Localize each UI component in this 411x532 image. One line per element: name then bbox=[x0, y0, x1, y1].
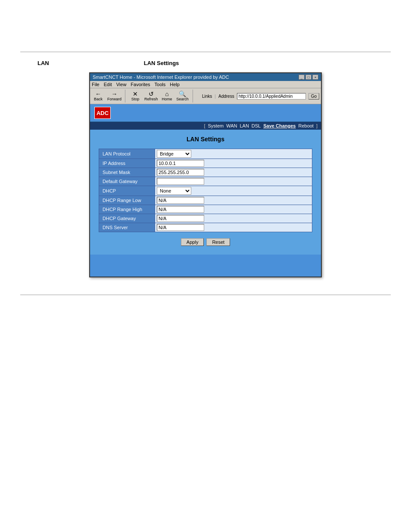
dhcp-gateway-input[interactable] bbox=[157, 215, 204, 222]
subnet-mask-value bbox=[155, 168, 312, 177]
browser-window: SmartCNCT Home - Microsoft Internet Expl… bbox=[89, 72, 322, 277]
table-row: DHCP Gateway bbox=[99, 214, 312, 223]
default-gateway-input[interactable] bbox=[157, 178, 204, 185]
browser-toolbar: ← Back → Forward ✕ Stop ↺ Refresh ⌂ Home… bbox=[90, 88, 321, 104]
ip-address-input[interactable] bbox=[157, 160, 204, 167]
nav-lan[interactable]: LAN bbox=[240, 123, 249, 128]
table-row: IP Address bbox=[99, 159, 312, 168]
nav-save-changes[interactable]: Save Changes bbox=[263, 123, 296, 128]
subnet-mask-input[interactable] bbox=[157, 169, 204, 176]
toolbar-sep-1 bbox=[125, 90, 125, 103]
close-button[interactable]: × bbox=[312, 75, 318, 80]
home-icon: ⌂ bbox=[165, 91, 168, 97]
caption-right: LAN Settings bbox=[144, 60, 179, 66]
nav-wan[interactable]: WAN bbox=[226, 123, 237, 128]
dhcp-range-low-label: DHCP Range Low bbox=[99, 196, 155, 205]
browser-menubar: File Edit View Favorites Tools Help bbox=[90, 81, 321, 88]
browser-titlebar: SmartCNCT Home - Microsoft Internet Expl… bbox=[90, 73, 321, 81]
dhcp-gateway-label: DHCP Gateway bbox=[99, 214, 155, 223]
table-row: DHCP Range High bbox=[99, 205, 312, 214]
dns-server-value bbox=[155, 223, 312, 232]
nav-dsl[interactable]: DSL bbox=[252, 123, 261, 128]
go-button[interactable]: Go bbox=[308, 93, 319, 100]
dhcp-range-high-value bbox=[155, 205, 312, 214]
menu-view[interactable]: View bbox=[116, 82, 127, 87]
toolbar-sep-2 bbox=[193, 90, 193, 103]
lan-content: LAN Settings LAN Protocol Bridge Router bbox=[90, 130, 321, 255]
default-gateway-label: Default Gateway bbox=[99, 177, 155, 186]
menu-tools[interactable]: Tools bbox=[155, 82, 166, 87]
menu-edit[interactable]: Edit bbox=[104, 82, 112, 87]
reset-button[interactable]: Reset bbox=[206, 238, 230, 246]
forward-icon: → bbox=[112, 91, 118, 97]
table-row: Default Gateway bbox=[99, 177, 312, 186]
browser-title: SmartCNCT Home - Microsoft Internet Expl… bbox=[93, 75, 229, 80]
top-rule bbox=[20, 52, 391, 52]
table-row: Subnet Mask bbox=[99, 168, 312, 177]
back-icon: ← bbox=[95, 91, 101, 97]
dhcp-range-low-value bbox=[155, 196, 312, 205]
home-button[interactable]: ⌂ Home bbox=[161, 91, 174, 101]
table-row: DNS Server bbox=[99, 223, 312, 232]
nav-bar: [ System WAN LAN DSL Save Changes Reboot… bbox=[90, 122, 321, 130]
apply-button[interactable]: Apply bbox=[181, 238, 204, 246]
back-label: Back bbox=[94, 97, 103, 101]
search-button[interactable]: 🔍 Search bbox=[176, 91, 189, 101]
home-label: Home bbox=[162, 97, 172, 101]
lan-settings-table: LAN Protocol Bridge Router IP Address bbox=[99, 149, 312, 232]
lan-protocol-select[interactable]: Bridge Router bbox=[157, 150, 191, 158]
dhcp-range-low-input[interactable] bbox=[157, 197, 204, 204]
lan-protocol-label: LAN Protocol bbox=[99, 149, 155, 159]
table-row: DHCP Range Low bbox=[99, 196, 312, 205]
dns-server-input[interactable] bbox=[157, 224, 204, 231]
nav-system[interactable]: System bbox=[208, 123, 224, 128]
refresh-label: Refresh bbox=[144, 97, 158, 101]
table-row: DHCP None Server Client bbox=[99, 186, 312, 196]
maximize-button[interactable]: □ bbox=[305, 75, 311, 80]
stop-button[interactable]: ✕ Stop bbox=[129, 91, 142, 101]
refresh-button[interactable]: ↺ Refresh bbox=[144, 91, 158, 101]
menu-file[interactable]: File bbox=[92, 82, 100, 87]
search-label: Search bbox=[176, 97, 189, 101]
dhcp-range-high-input[interactable] bbox=[157, 206, 204, 213]
links-label: Links bbox=[202, 94, 212, 99]
nav-bracket-open: [ bbox=[204, 123, 205, 128]
subnet-mask-label: Subnet Mask bbox=[99, 168, 155, 177]
minimize-button[interactable]: _ bbox=[299, 75, 305, 80]
bottom-rule bbox=[20, 295, 391, 295]
dhcp-label: DHCP bbox=[99, 186, 155, 196]
nav-reboot[interactable]: Reboot bbox=[298, 123, 313, 128]
nav-bracket-close: ] bbox=[316, 123, 318, 128]
dhcp-select[interactable]: None Server Client bbox=[157, 187, 191, 195]
adc-header: ADC bbox=[90, 104, 321, 122]
adc-logo: ADC bbox=[94, 107, 111, 119]
menu-favorites[interactable]: Favorites bbox=[131, 82, 150, 87]
lan-protocol-value: Bridge Router bbox=[155, 149, 312, 159]
caption-left: LAN bbox=[37, 60, 49, 66]
toolbar-sep-3: | bbox=[215, 94, 216, 99]
search-icon: 🔍 bbox=[179, 91, 186, 97]
lan-settings-title: LAN Settings bbox=[99, 136, 312, 143]
dhcp-gateway-value bbox=[155, 214, 312, 223]
ip-address-label: IP Address bbox=[99, 159, 155, 168]
default-gateway-value bbox=[155, 177, 312, 186]
titlebar-controls: _ □ × bbox=[299, 75, 318, 80]
address-input[interactable] bbox=[237, 93, 306, 100]
page-wrapper: LAN LAN Settings SmartCNCT Home - Micros… bbox=[0, 0, 411, 532]
address-label: Address bbox=[218, 94, 234, 99]
btn-row: Apply Reset bbox=[99, 238, 312, 246]
caption-row: LAN LAN Settings bbox=[20, 60, 391, 66]
forward-button[interactable]: → Forward bbox=[107, 91, 121, 101]
stop-icon: ✕ bbox=[133, 91, 138, 97]
browser-content: ADC [ System WAN LAN DSL Save Changes Re… bbox=[90, 104, 321, 277]
ip-address-value bbox=[155, 159, 312, 168]
stop-label: Stop bbox=[131, 97, 140, 101]
dhcp-range-high-label: DHCP Range High bbox=[99, 205, 155, 214]
dhcp-value: None Server Client bbox=[155, 186, 312, 196]
back-button[interactable]: ← Back bbox=[92, 91, 105, 101]
refresh-icon: ↺ bbox=[149, 91, 154, 97]
forward-label: Forward bbox=[107, 97, 121, 101]
table-row: LAN Protocol Bridge Router bbox=[99, 149, 312, 159]
menu-help[interactable]: Help bbox=[170, 82, 180, 87]
dns-server-label: DNS Server bbox=[99, 223, 155, 232]
